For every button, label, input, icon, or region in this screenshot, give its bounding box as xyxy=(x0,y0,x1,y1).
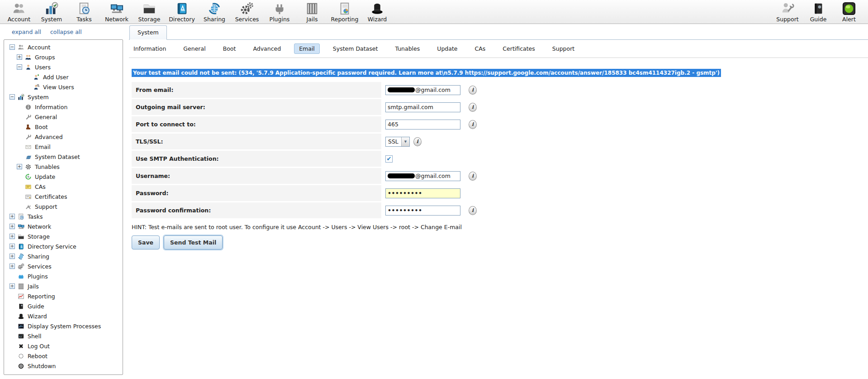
sidebar-item-plugins[interactable]: Plugins xyxy=(4,271,123,281)
subtab-general[interactable]: General xyxy=(181,43,207,54)
sidebar-item-log-out[interactable]: Log Out xyxy=(4,341,123,351)
subtab-boot[interactable]: Boot xyxy=(221,43,238,54)
toolbar-item-plugins[interactable]: Plugins xyxy=(263,1,296,23)
subtab-information[interactable]: Information xyxy=(132,43,168,54)
sidebar-item-general[interactable]: General xyxy=(4,112,123,122)
tab-system[interactable]: System xyxy=(129,25,167,40)
sidebar-item-label: Network xyxy=(28,223,51,230)
chevron-down-icon[interactable]: ▼ xyxy=(401,137,409,146)
subtab-certificates[interactable]: Certificates xyxy=(501,43,536,54)
toolbar-item-sharing[interactable]: Sharing xyxy=(198,1,231,23)
subtab-cas[interactable]: CAs xyxy=(473,43,488,54)
sidebar-item-certificates[interactable]: Certificates xyxy=(4,192,123,201)
expand-toggle-icon[interactable]: + xyxy=(17,164,22,169)
toolbar-item-system[interactable]: System xyxy=(35,1,68,23)
sidebar-item-label: Log Out xyxy=(28,343,50,350)
smtp-auth-checkbox[interactable]: ✔ xyxy=(385,155,393,163)
sidebar-item-sharing[interactable]: +Sharing xyxy=(4,251,123,261)
expand-toggle-icon[interactable]: + xyxy=(9,283,15,289)
sidebar-item-tunables[interactable]: +Tunables xyxy=(4,162,123,172)
people-blue-icon xyxy=(25,53,32,61)
password-confirmation-input[interactable]: ••••••••• xyxy=(385,206,460,216)
sidebar-item-display-system-processes[interactable]: Display System Processes xyxy=(4,321,123,331)
sidebar-item-advanced[interactable]: Advanced xyxy=(4,132,123,142)
toolbar-item-support[interactable]: Support xyxy=(772,1,803,23)
subtab-system-dataset[interactable]: System Dataset xyxy=(331,43,380,54)
outgoing-mail-server-input[interactable]: smtp.gmail.com xyxy=(385,102,460,112)
expand-toggle-icon[interactable]: + xyxy=(9,214,15,219)
sidebar-item-account[interactable]: −Account xyxy=(4,42,123,52)
sidebar-item-services[interactable]: +Services xyxy=(4,261,123,271)
toolbar-item-reporting[interactable]: Reporting xyxy=(328,1,361,23)
collapse-toggle-icon[interactable]: − xyxy=(17,64,22,70)
expand-toggle-icon[interactable]: + xyxy=(17,54,22,60)
port-to-connect-to-input[interactable]: 465 xyxy=(385,120,460,130)
sidebar-item-system-dataset[interactable]: System Dataset xyxy=(4,152,123,162)
sidebar-item-boot[interactable]: Boot xyxy=(4,122,123,132)
from-email-input[interactable]: @gmail.com xyxy=(385,85,460,95)
sidebar-item-support[interactable]: Support xyxy=(4,201,123,211)
collapse-all-link[interactable]: collapse all xyxy=(50,29,82,35)
sidebar-item-shutdown[interactable]: Shutdown xyxy=(4,361,123,371)
toolbar-item-directory[interactable]: Directory xyxy=(166,1,198,23)
password-input[interactable]: ••••••••• xyxy=(385,188,460,198)
toolbar-item-alert[interactable]: Alert xyxy=(834,1,864,23)
sidebar-item-tasks[interactable]: +Tasks xyxy=(4,211,123,221)
toolbar-item-wizard[interactable]: Wizard xyxy=(361,1,394,23)
sidebar-item-directory-service[interactable]: +Directory Service xyxy=(4,241,123,251)
info-icon[interactable]: i xyxy=(469,206,477,215)
sidebar-item-email[interactable]: Email xyxy=(4,142,123,152)
info-icon[interactable]: i xyxy=(469,172,477,181)
info-icon[interactable]: i xyxy=(469,86,477,95)
expand-toggle-icon[interactable]: + xyxy=(9,254,15,259)
sidebar-item-storage[interactable]: +Storage xyxy=(4,231,123,241)
send-test-mail-button[interactable]: Send Test Mail xyxy=(164,235,223,249)
toolbar-item-account[interactable]: Account xyxy=(3,1,35,23)
expand-toggle-icon[interactable]: + xyxy=(9,224,15,229)
sidebar-item-jails[interactable]: +Jails xyxy=(4,281,123,291)
subtab-email[interactable]: Email xyxy=(294,43,320,54)
sidebar-item-guide[interactable]: Guide xyxy=(4,301,123,311)
toolbar-item-network[interactable]: Network xyxy=(100,1,133,23)
sidebar-item-shell[interactable]: c/Shell xyxy=(4,331,123,341)
sidebar-item-wizard[interactable]: Wizard xyxy=(4,311,123,321)
sidebar-item-view-users[interactable]: View Users xyxy=(4,82,123,92)
sidebar-item-reboot[interactable]: Reboot xyxy=(4,351,123,361)
sidebar-item-reporting[interactable]: Reporting xyxy=(4,291,123,301)
input-value: @gmail.com xyxy=(415,86,451,93)
expand-toggle-icon[interactable]: + xyxy=(9,234,15,239)
expand-toggle-icon[interactable]: + xyxy=(9,244,15,249)
toolbar-item-jails[interactable]: Jails xyxy=(296,1,328,23)
toolbar-item-services[interactable]: Services xyxy=(231,1,263,23)
expand-toggle-icon[interactable]: + xyxy=(9,264,15,269)
sidebar-item-label: Information xyxy=(35,104,67,110)
gears-icon xyxy=(18,263,25,270)
save-button[interactable]: Save xyxy=(132,235,160,249)
info-icon[interactable]: i xyxy=(413,137,422,146)
sidebar-item-information[interactable]: Information xyxy=(4,102,123,112)
form-row-port-to-connect-to: Port to connect to:465i xyxy=(132,116,868,132)
sidebar-item-users[interactable]: −Users xyxy=(4,62,123,72)
toolbar-item-storage[interactable]: Storage xyxy=(133,1,166,23)
info-icon[interactable]: i xyxy=(469,103,477,112)
collapse-toggle-icon[interactable]: − xyxy=(9,94,15,100)
sidebar-item-system[interactable]: −System xyxy=(4,92,123,102)
toolbar-item-guide[interactable]: Guide xyxy=(803,1,834,23)
collapse-toggle-icon[interactable]: − xyxy=(9,44,15,50)
sidebar-item-network[interactable]: +Network xyxy=(4,221,123,231)
sidebar-item-label: Directory Service xyxy=(28,243,76,250)
username-input[interactable]: @gmail.com xyxy=(385,171,460,181)
sidebar-item-update[interactable]: Update xyxy=(4,172,123,182)
subtab-advanced[interactable]: Advanced xyxy=(251,43,283,54)
subtab-update[interactable]: Update xyxy=(435,43,459,54)
expand-all-link[interactable]: expand all xyxy=(12,29,41,35)
subtab-tunables[interactable]: Tunables xyxy=(393,43,422,54)
info-icon[interactable]: i xyxy=(469,120,477,129)
sidebar-item-groups[interactable]: +Groups xyxy=(4,52,123,62)
tls-ssl-select[interactable]: SSL▼ xyxy=(385,137,410,147)
subtab-support[interactable]: Support xyxy=(550,43,576,54)
toolbar-item-tasks[interactable]: Tasks xyxy=(68,1,100,23)
sidebar-item-cas[interactable]: CAs xyxy=(4,182,123,192)
window-tabstrip: System xyxy=(129,24,868,40)
sidebar-item-add-user[interactable]: Add User xyxy=(4,72,123,82)
